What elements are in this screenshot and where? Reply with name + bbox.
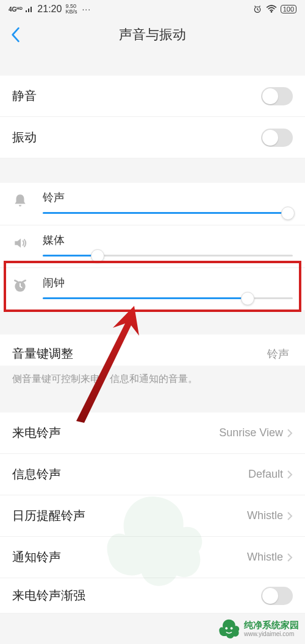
chevron-right-icon [287, 511, 293, 521]
watermark: 纯净系统家园 www.yidaimei.com [217, 617, 299, 640]
clock-time: 21:20 [37, 4, 62, 15]
incoming-ringtone-value: Sunrise View [219, 426, 283, 439]
ringtone-slider[interactable] [43, 212, 293, 214]
notification-ringtone-label: 通知铃声 [12, 549, 61, 565]
signal-icon [25, 5, 34, 13]
volume-key-label: 音量键调整 [12, 345, 73, 362]
ringtone-slider-label: 铃声 [43, 190, 293, 205]
mute-row[interactable]: 静音 [0, 76, 305, 117]
page-title: 声音与振动 [119, 26, 186, 44]
incoming-ringtone-label: 来电铃声 [12, 425, 61, 441]
back-button[interactable] [0, 18, 30, 51]
chevron-right-icon [287, 553, 293, 562]
calendar-ringtone-label: 日历提醒铃声 [12, 508, 85, 524]
watermark-logo-icon [217, 617, 240, 640]
nav-header: 声音与振动 [0, 18, 305, 51]
svg-point-3 [225, 627, 228, 629]
chevron-right-icon [287, 470, 293, 479]
vibrate-toggle[interactable] [261, 129, 293, 147]
data-speed: 9.50KB/s [65, 4, 77, 15]
alarm-icon [12, 278, 32, 296]
speaker-icon [12, 235, 32, 253]
volume-key-value: 铃声 [267, 347, 289, 361]
bell-icon [12, 193, 32, 211]
mute-label: 静音 [12, 88, 37, 104]
svg-point-1 [270, 11, 272, 13]
crescendo-row[interactable]: 来电铃声渐强 [0, 578, 305, 614]
watermark-name: 纯净系统家园 [244, 620, 299, 631]
crescendo-label: 来电铃声渐强 [12, 587, 85, 604]
crescendo-toggle[interactable] [261, 587, 293, 605]
wifi-icon [266, 5, 277, 13]
vibrate-row[interactable]: 振动 [0, 117, 305, 158]
alarm-slider-label: 闹钟 [43, 275, 293, 290]
battery-indicator: 100 [281, 5, 296, 13]
media-slider-label: 媒体 [43, 233, 293, 247]
calendar-ringtone-row[interactable]: 日历提醒铃声 Whistle [0, 495, 305, 537]
message-ringtone-row[interactable]: 信息铃声 Default [0, 454, 305, 495]
notification-ringtone-value: Whistle [247, 551, 283, 564]
volume-key-desc: 侧音量键可控制来电、信息和通知的音量。 [0, 366, 305, 395]
volume-key-row[interactable]: 音量键调整 铃声 [0, 334, 305, 366]
vibrate-label: 振动 [12, 129, 37, 146]
message-ringtone-value: Default [248, 468, 283, 481]
message-ringtone-label: 信息铃声 [12, 466, 61, 483]
watermark-url: www.yidaimei.com [244, 631, 299, 638]
status-bar: 4Gᴴᴰ 21:20 9.50KB/s ··· 100 [0, 0, 305, 18]
ringtone-slider-row: 铃声 [0, 183, 305, 225]
chevron-right-icon [287, 428, 293, 438]
incoming-ringtone-row[interactable]: 来电铃声 Sunrise View [0, 412, 305, 454]
more-indicator: ··· [82, 4, 91, 14]
alarm-slider-row: 闹钟 [0, 268, 305, 310]
svg-point-4 [231, 627, 233, 629]
alarm-slider[interactable] [43, 297, 293, 299]
network-indicator: 4Gᴴᴰ [9, 6, 23, 13]
media-slider-row: 媒体 [0, 225, 305, 268]
calendar-ringtone-value: Whistle [247, 509, 283, 522]
media-slider[interactable] [43, 255, 293, 257]
back-chevron-icon [10, 27, 20, 43]
alarm-status-icon [253, 4, 262, 14]
mute-toggle[interactable] [261, 87, 293, 105]
notification-ringtone-row[interactable]: 通知铃声 Whistle [0, 537, 305, 578]
